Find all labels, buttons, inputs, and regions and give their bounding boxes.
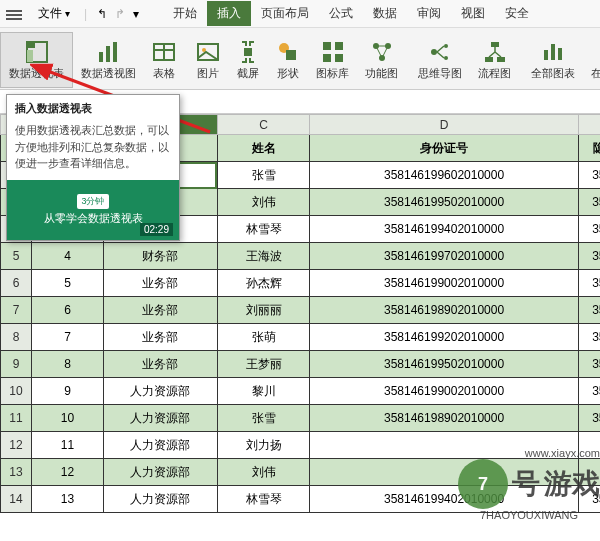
svg-rect-17 [335, 54, 343, 62]
tab-pagelayout[interactable]: 页面布局 [251, 1, 319, 26]
svg-rect-5 [113, 42, 117, 62]
ribbon-screenshot[interactable]: 截屏 [228, 32, 268, 88]
svg-point-21 [431, 49, 437, 55]
ribbon-flowchart[interactable]: 流程图 [470, 32, 519, 88]
ribbon-smartart[interactable]: 功能图 [357, 32, 406, 88]
menu-icon[interactable] [6, 8, 22, 20]
tooltip-title: 插入数据透视表 [7, 95, 179, 122]
table-row[interactable]: 8 7 业务部 张萌 358146199202010000 35 [1, 324, 601, 351]
tab-view[interactable]: 视图 [451, 1, 495, 26]
ribbon: 数据透视表 数据透视图 表格 图片 截屏 形状 图标库 功能图 思维导图 流程图 [0, 28, 600, 90]
watermark: www.xiayx.com 7 号 游戏 7HAOYOUXIWANG [458, 447, 600, 521]
tab-formula[interactable]: 公式 [319, 1, 363, 26]
svg-rect-16 [323, 54, 331, 62]
tab-review[interactable]: 审阅 [407, 1, 451, 26]
svg-rect-25 [485, 57, 493, 62]
ribbon-mindmap[interactable]: 思维导图 [410, 32, 470, 88]
table-row[interactable]: 9 8 业务部 王梦丽 358146199502010000 35 [1, 351, 601, 378]
ribbon-shapes[interactable]: 形状 [268, 32, 308, 88]
mindmap-icon [428, 40, 452, 64]
table-icon [152, 40, 176, 64]
ribbon-pivot-chart[interactable]: 数据透视图 [73, 32, 144, 88]
video-badge: 3分钟 [77, 194, 108, 209]
pivot-chart-icon [97, 40, 121, 64]
menu-bar: 文件▾ | ↰↱▾ 开始 插入 页面布局 公式 数据 审阅 视图 安全 [0, 0, 600, 28]
tooltip-body: 使用数据透视表汇总数据，可以方便地排列和汇总复杂数据，以便进一步查看详细信息。 [7, 122, 179, 180]
svg-rect-1 [27, 42, 35, 48]
svg-rect-14 [323, 42, 331, 50]
col-d-header[interactable]: D [310, 115, 578, 135]
ribbon-table[interactable]: 表格 [144, 32, 184, 88]
svg-rect-28 [551, 44, 555, 60]
pivot-table-icon [25, 40, 49, 64]
tab-start[interactable]: 开始 [163, 1, 207, 26]
svg-rect-29 [558, 48, 562, 60]
col-e-header[interactable] [578, 115, 600, 135]
svg-rect-13 [286, 50, 296, 60]
table-row[interactable]: 6 5 业务部 孙杰辉 358146199002010000 35 [1, 270, 601, 297]
file-menu[interactable]: 文件▾ [30, 1, 78, 26]
shapes-icon [276, 40, 300, 64]
tab-data[interactable]: 数据 [363, 1, 407, 26]
flowchart-icon [483, 40, 507, 64]
table-row[interactable]: 5 4 财务部 王海波 358146199702010000 35 [1, 243, 601, 270]
tab-insert[interactable]: 插入 [207, 1, 251, 26]
svg-rect-3 [99, 52, 103, 62]
video-text: 从零学会数据透视表 [44, 211, 143, 226]
table-row[interactable]: 10 9 人力资源部 黎川 358146199002010000 35 [1, 378, 601, 405]
smartart-icon [370, 40, 394, 64]
ribbon-onlinechart[interactable]: 在线图表 [583, 32, 600, 88]
icons-icon [321, 40, 345, 64]
ribbon-picture[interactable]: 图片 [188, 32, 228, 88]
svg-rect-2 [27, 50, 33, 62]
col-c-header[interactable]: C [217, 115, 310, 135]
svg-rect-24 [491, 42, 499, 47]
pivot-tooltip: 插入数据透视表 使用数据透视表汇总数据，可以方便地排列和汇总复杂数据，以便进一步… [6, 94, 180, 241]
screenshot-icon [236, 40, 260, 64]
svg-rect-4 [106, 46, 110, 62]
svg-point-23 [444, 56, 448, 60]
svg-rect-11 [244, 48, 252, 56]
tooltip-video[interactable]: 3分钟 从零学会数据透视表 02:29 [7, 180, 179, 240]
video-time: 02:29 [140, 223, 173, 236]
picture-icon [196, 40, 220, 64]
ribbon-pivot-table[interactable]: 数据透视表 [0, 32, 73, 88]
table-row[interactable]: 11 10 人力资源部 张雪 358146198902010000 35 [1, 405, 601, 432]
allcharts-icon [541, 40, 565, 64]
svg-rect-26 [497, 57, 505, 62]
svg-rect-15 [335, 42, 343, 50]
ribbon-icons[interactable]: 图标库 [308, 32, 357, 88]
ribbon-allcharts[interactable]: 全部图表 [523, 32, 583, 88]
table-row[interactable]: 7 6 业务部 刘丽丽 358146198902010000 35 [1, 297, 601, 324]
svg-point-22 [444, 44, 448, 48]
tab-security[interactable]: 安全 [495, 1, 539, 26]
svg-rect-27 [544, 50, 548, 60]
